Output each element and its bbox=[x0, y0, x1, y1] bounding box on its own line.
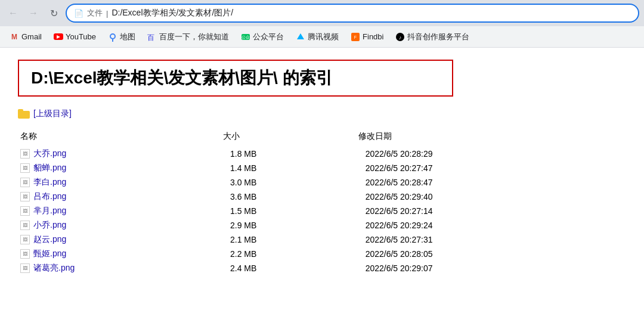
page-title: D:\Excel教学相关\发文素材\图片\ 的索引 bbox=[31, 67, 440, 89]
file-date-cell: 2022/6/5 20:29:24 bbox=[356, 218, 626, 232]
file-size-cell: 1.5 MB bbox=[221, 204, 356, 218]
file-icon: 🖼 bbox=[20, 163, 30, 173]
address-file-icon: 📄 bbox=[74, 9, 83, 18]
bookmark-tencent[interactable]: 腾讯视频 bbox=[291, 29, 343, 45]
file-link[interactable]: 李白.png bbox=[33, 177, 66, 187]
file-link[interactable]: 赵云.png bbox=[33, 234, 66, 244]
page-content: D:\Excel教学相关\发文素材\图片\ 的索引 [上级目录] 名称 大小 修… bbox=[0, 48, 644, 335]
file-date-cell: 2022/6/5 20:27:14 bbox=[356, 204, 626, 218]
file-name-cell: 🖼小乔.png bbox=[18, 218, 221, 232]
file-link[interactable]: 芈月.png bbox=[33, 206, 66, 215]
file-name-cell: 🖼李白.png bbox=[18, 175, 221, 190]
file-size-cell: 1.8 MB bbox=[221, 147, 356, 161]
file-link[interactable]: 甄姬.png bbox=[33, 249, 66, 258]
bookmark-baidu[interactable]: 百 百度一下，你就知道 bbox=[143, 29, 234, 45]
table-row: 🖼芈月.png1.5 MB2022/6/5 20:27:14 bbox=[18, 204, 626, 218]
forward-button[interactable]: → bbox=[25, 5, 42, 21]
directory-page: D:\Excel教学相关\发文素材\图片\ 的索引 [上级目录] 名称 大小 修… bbox=[0, 48, 644, 287]
bookmark-douyin[interactable]: ♪ 抖音创作服务平台 bbox=[391, 29, 474, 45]
file-date-cell: 2022/6/5 20:28:05 bbox=[356, 247, 626, 261]
address-url: D:/Excel教学相关/发文素材/图片/ bbox=[112, 8, 631, 18]
svg-marker-4 bbox=[297, 33, 304, 39]
file-icon: 🖼 bbox=[20, 192, 30, 201]
file-name-cell: 🖼赵云.png bbox=[18, 232, 221, 247]
bookmark-douyin-label: 抖音创作服务平台 bbox=[407, 32, 469, 42]
table-row: 🖼吕布.png3.6 MB2022/6/5 20:29:40 bbox=[18, 190, 626, 204]
bookmark-youtube[interactable]: YouTube bbox=[49, 30, 101, 44]
table-row: 🖼甄姬.png2.2 MB2022/6/5 20:28:05 bbox=[18, 247, 626, 261]
douyin-icon: ♪ bbox=[395, 32, 405, 42]
file-date-cell: 2022/6/5 20:28:29 bbox=[356, 147, 626, 161]
file-icon: 🖼 bbox=[20, 235, 30, 244]
file-link[interactable]: 大乔.png bbox=[33, 148, 66, 158]
file-date-cell: 2022/6/5 20:29:07 bbox=[356, 261, 626, 275]
file-icon: 🖼 bbox=[20, 206, 30, 216]
file-size-cell: 1.4 MB bbox=[221, 161, 356, 175]
bookmark-gmail[interactable]: M Gmail bbox=[5, 30, 47, 44]
file-name-cell: 🖼大乔.png bbox=[18, 147, 221, 161]
address-bar[interactable]: 📄 文件 | D:/Excel教学相关/发文素材/图片/ bbox=[66, 4, 639, 23]
youtube-icon bbox=[54, 32, 63, 42]
file-size-cell: 3.6 MB bbox=[221, 190, 356, 204]
table-row: 🖼貂蝉.png1.4 MB2022/6/5 20:27:47 bbox=[18, 161, 626, 175]
svg-text:F: F bbox=[354, 35, 357, 39]
table-row: 🖼赵云.png2.1 MB2022/6/5 20:27:31 bbox=[18, 232, 626, 247]
gongzhong-icon: 公众 bbox=[241, 32, 250, 42]
file-icon: 🖼 bbox=[20, 178, 30, 187]
file-name-cell: 🖼貂蝉.png bbox=[18, 161, 221, 175]
file-size-cell: 2.4 MB bbox=[221, 261, 356, 275]
bookmark-findbi-label: Findbi bbox=[363, 32, 383, 41]
bookmark-tencent-label: 腾讯视频 bbox=[308, 32, 339, 42]
svg-text:♪: ♪ bbox=[399, 35, 402, 41]
address-label: 文件 bbox=[87, 8, 103, 18]
file-name-cell: 🖼诸葛亮.png bbox=[18, 261, 221, 275]
svg-text:百: 百 bbox=[147, 33, 154, 42]
bookmark-maps[interactable]: 地图 bbox=[103, 29, 140, 45]
bookmarks-bar: M Gmail YouTube 地图 百 百度一下，你就知道 bbox=[0, 26, 644, 48]
file-icon: 🖼 bbox=[20, 249, 30, 259]
bookmark-gongzhong-label: 公众平台 bbox=[253, 32, 284, 42]
file-size-cell: 3.0 MB bbox=[221, 175, 356, 190]
svg-point-0 bbox=[110, 34, 115, 39]
bookmark-youtube-label: YouTube bbox=[66, 32, 96, 41]
parent-dir-folder-icon bbox=[18, 109, 30, 119]
parent-dir-link[interactable]: [上级目录] bbox=[33, 108, 72, 119]
file-icon: 🖼 bbox=[20, 149, 30, 159]
gmail-icon: M bbox=[10, 32, 19, 42]
file-size-cell: 2.9 MB bbox=[221, 218, 356, 232]
file-date-cell: 2022/6/5 20:27:31 bbox=[356, 232, 626, 247]
nav-bar: ← → ↻ 📄 文件 | D:/Excel教学相关/发文素材/图片/ bbox=[0, 0, 644, 26]
file-link[interactable]: 诸葛亮.png bbox=[33, 263, 75, 272]
file-name-cell: 🖼吕布.png bbox=[18, 190, 221, 204]
browser-chrome: ← → ↻ 📄 文件 | D:/Excel教学相关/发文素材/图片/ M Gma… bbox=[0, 0, 644, 48]
table-row: 🖼小乔.png2.9 MB2022/6/5 20:29:24 bbox=[18, 218, 626, 232]
svg-text:公众: 公众 bbox=[242, 35, 250, 39]
file-date-cell: 2022/6/5 20:27:47 bbox=[356, 161, 626, 175]
bookmark-gongzhong[interactable]: 公众 公众平台 bbox=[236, 29, 289, 45]
back-button[interactable]: ← bbox=[5, 5, 21, 21]
file-link[interactable]: 吕布.png bbox=[33, 191, 66, 201]
file-link[interactable]: 貂蝉.png bbox=[33, 163, 66, 172]
baidu-icon: 百 bbox=[147, 32, 157, 42]
address-separator: | bbox=[106, 9, 108, 18]
refresh-button[interactable]: ↻ bbox=[45, 5, 62, 21]
file-name-cell: 🖼甄姬.png bbox=[18, 247, 221, 261]
file-icon: 🖼 bbox=[20, 221, 30, 230]
file-date-cell: 2022/6/5 20:29:40 bbox=[356, 190, 626, 204]
col-name: 名称 bbox=[18, 129, 221, 147]
table-row: 🖼大乔.png1.8 MB2022/6/5 20:28:29 bbox=[18, 147, 626, 161]
bookmark-findbi[interactable]: F Findbi bbox=[346, 30, 388, 44]
file-date-cell: 2022/6/5 20:28:47 bbox=[356, 175, 626, 190]
file-link[interactable]: 小乔.png bbox=[33, 220, 66, 229]
file-size-cell: 2.1 MB bbox=[221, 232, 356, 247]
file-size-cell: 2.2 MB bbox=[221, 247, 356, 261]
findbi-icon: F bbox=[351, 32, 360, 42]
maps-icon bbox=[108, 32, 117, 42]
file-icon: 🖼 bbox=[20, 263, 30, 273]
col-date: 修改日期 bbox=[356, 129, 626, 147]
file-table: 名称 大小 修改日期 🖼大乔.png1.8 MB2022/6/5 20:28:2… bbox=[18, 129, 626, 275]
table-row: 🖼李白.png3.0 MB2022/6/5 20:28:47 bbox=[18, 175, 626, 190]
bookmark-maps-label: 地图 bbox=[120, 32, 135, 42]
tencent-icon bbox=[296, 32, 305, 42]
col-size: 大小 bbox=[221, 129, 356, 147]
